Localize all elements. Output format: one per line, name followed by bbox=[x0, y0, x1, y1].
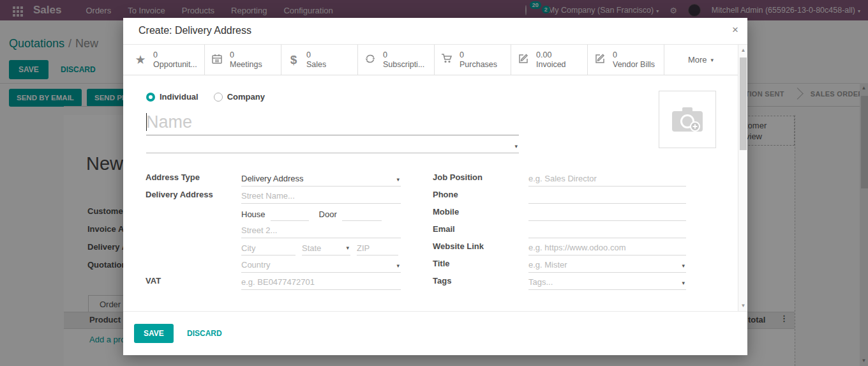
modal-footer: SAVE DISCARD bbox=[123, 311, 747, 355]
chevron-down-icon: ▾ bbox=[682, 263, 685, 269]
label-job-position: Job Position bbox=[433, 172, 525, 182]
street-field bbox=[241, 188, 401, 204]
cart-icon bbox=[440, 53, 454, 67]
name-input[interactable] bbox=[146, 109, 519, 135]
state-select[interactable]: ▾ bbox=[302, 241, 350, 255]
city-state-zip-row: ▾ bbox=[241, 240, 401, 255]
stat-button-meetings[interactable]: 0Meetings bbox=[205, 45, 281, 75]
radio-company[interactable]: Company bbox=[214, 92, 265, 102]
chevron-down-icon: ▾ bbox=[682, 280, 685, 286]
title-select[interactable]: e.g. Mister ▾ bbox=[528, 257, 686, 273]
label-vat: VAT bbox=[146, 276, 238, 286]
stat-button-subscriptions[interactable]: 0Subscripti... bbox=[358, 45, 435, 75]
star-icon: ★ bbox=[133, 52, 147, 67]
job-position-input[interactable] bbox=[528, 171, 686, 186]
close-icon[interactable]: × bbox=[732, 24, 738, 36]
name-field bbox=[146, 109, 519, 135]
label-house: House bbox=[241, 210, 266, 221]
modal-discard-button[interactable]: DISCARD bbox=[177, 324, 232, 343]
camera-add-icon bbox=[671, 105, 704, 134]
edit-pencil-icon bbox=[593, 53, 607, 67]
door-field bbox=[342, 207, 382, 221]
chevron-down-icon: ▾ bbox=[711, 57, 714, 63]
street2-field bbox=[241, 223, 401, 238]
label-mobile: Mobile bbox=[433, 207, 525, 217]
website-input[interactable] bbox=[528, 240, 686, 255]
modal-header: Create: Delivery Address × bbox=[123, 18, 747, 45]
door-input[interactable] bbox=[342, 207, 382, 220]
chevron-down-icon: ▾ bbox=[346, 245, 349, 251]
zip-input[interactable] bbox=[357, 241, 398, 255]
house-input[interactable] bbox=[271, 207, 309, 220]
house-door-row: House Door bbox=[241, 206, 401, 221]
text-cursor bbox=[146, 113, 147, 131]
stat-button-opportunities[interactable]: ★ 0Opportunit... bbox=[128, 45, 205, 75]
modal-scrollbar-thumb[interactable] bbox=[740, 57, 747, 150]
phone-field bbox=[528, 188, 686, 204]
label-email: Email bbox=[433, 224, 525, 234]
state-input[interactable] bbox=[302, 241, 350, 255]
create-delivery-address-modal: Create: Delivery Address × ★ 0Opportunit… bbox=[123, 18, 747, 355]
more-dropdown-button[interactable]: More▾ bbox=[664, 45, 737, 75]
photo-upload-button[interactable] bbox=[659, 91, 716, 148]
scroll-down-icon[interactable]: ▼ bbox=[738, 301, 748, 310]
email-field bbox=[528, 223, 686, 238]
street2-input[interactable] bbox=[241, 223, 401, 238]
refresh-icon bbox=[363, 53, 377, 67]
city-field bbox=[241, 241, 296, 255]
vat-input[interactable] bbox=[241, 275, 401, 289]
zip-field bbox=[357, 241, 398, 255]
vat-field bbox=[241, 275, 401, 290]
label-delivery-address: Delivery Address bbox=[146, 190, 238, 199]
radio-selected-icon bbox=[146, 93, 155, 102]
company-select-field[interactable]: ▾ bbox=[146, 138, 519, 153]
label-address-type: Address Type bbox=[146, 172, 238, 182]
radio-unselected-icon bbox=[214, 93, 223, 102]
label-tags: Tags bbox=[433, 276, 525, 286]
chevron-down-icon: ▾ bbox=[396, 176, 400, 183]
chevron-down-icon: ▾ bbox=[396, 263, 400, 269]
tags-select[interactable]: Tags... ▾ bbox=[528, 275, 686, 290]
stat-button-purchases[interactable]: 0Purchases bbox=[435, 45, 511, 75]
mobile-field bbox=[528, 206, 686, 221]
phone-input[interactable] bbox=[528, 188, 686, 203]
chevron-down-icon: ▾ bbox=[514, 143, 518, 149]
street-input[interactable] bbox=[241, 188, 401, 203]
scroll-up-icon[interactable]: ▲ bbox=[738, 46, 748, 55]
edit-pencil-icon bbox=[516, 53, 530, 67]
job-position-field bbox=[528, 171, 686, 187]
stat-button-vendor-bills[interactable]: 0Vendor Bills bbox=[588, 45, 664, 75]
dollar-icon: $ bbox=[287, 53, 301, 67]
modal-save-button[interactable]: SAVE bbox=[134, 324, 174, 343]
company-type-radios: Individual Company bbox=[146, 92, 265, 102]
calendar-icon bbox=[210, 53, 224, 67]
label-title: Title bbox=[433, 259, 525, 268]
radio-individual[interactable]: Individual bbox=[146, 92, 198, 102]
address-type-select[interactable]: Delivery Address ▾ bbox=[241, 171, 401, 187]
country-select[interactable]: Country ▾ bbox=[241, 257, 401, 273]
email-input[interactable] bbox=[528, 223, 686, 238]
label-phone: Phone bbox=[433, 190, 525, 199]
city-input[interactable] bbox=[241, 241, 296, 255]
modal-title: Create: Delivery Address bbox=[138, 25, 251, 36]
mobile-input[interactable] bbox=[528, 206, 686, 220]
stat-button-invoiced[interactable]: 0.00Invoiced bbox=[511, 45, 588, 75]
stat-button-row: ★ 0Opportunit... 0Meetings $ 0Sales 0Sub… bbox=[123, 45, 738, 75]
stat-button-sales[interactable]: $ 0Sales bbox=[281, 45, 358, 75]
house-field bbox=[271, 207, 309, 221]
label-door: Door bbox=[319, 210, 337, 221]
website-field bbox=[528, 240, 686, 255]
modal-scrollbar[interactable]: ▲ ▼ bbox=[738, 45, 747, 311]
label-website-link: Website Link bbox=[433, 241, 525, 251]
